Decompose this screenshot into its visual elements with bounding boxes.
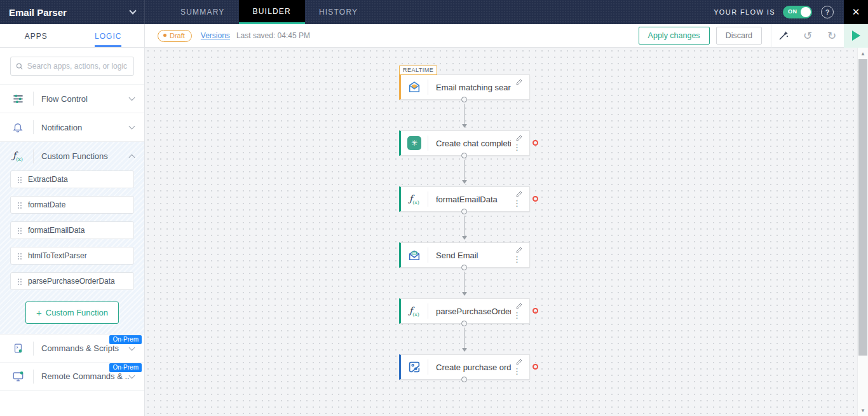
sidebar: Flow Control Notification ƒ(x) Custom Fu… xyxy=(0,48,145,416)
connector-port[interactable] xyxy=(461,209,467,214)
flow-on-toggle[interactable]: ON xyxy=(783,6,812,18)
function-name: formatDate xyxy=(28,200,65,209)
sidebar-tab-logic[interactable]: LOGIC xyxy=(72,24,145,47)
divider xyxy=(33,149,34,163)
divider xyxy=(33,370,34,384)
more-menu-icon[interactable]: ⋮ xyxy=(513,311,521,319)
connector-line xyxy=(464,328,465,348)
divider xyxy=(33,120,34,134)
tab-builder[interactable]: BUILDER xyxy=(239,0,305,24)
sidebar-item-commands-scripts[interactable]: On-Prem Commands & Scripts xyxy=(0,334,144,362)
flow-canvas[interactable]: REALTIME Email matching search ... ✳ Cre… xyxy=(145,48,868,416)
scroll-down-arrow[interactable]: ▼ xyxy=(858,405,868,415)
sidebar-item-flow-control[interactable]: Flow Control xyxy=(0,84,144,113)
last-saved-text: Last saved: 04:45 PM xyxy=(236,31,310,40)
apply-changes-button[interactable]: Apply changes xyxy=(639,27,710,45)
function-item[interactable]: ExtractData xyxy=(10,170,134,188)
error-indicator xyxy=(532,308,538,314)
flow-title-area[interactable]: Email Parser xyxy=(0,0,145,24)
node-title: Create purchase order xyxy=(436,363,511,372)
undo-icon[interactable]: ↺ xyxy=(796,24,820,48)
more-menu-icon[interactable]: ⋮ xyxy=(513,367,521,375)
connector-arrow xyxy=(462,292,467,296)
error-indicator xyxy=(532,364,538,370)
sidebar-item-custom-functions[interactable]: ƒ(x) Custom Functions xyxy=(0,142,144,170)
error-indicator xyxy=(532,196,538,202)
more-menu-icon[interactable]: ⋮ xyxy=(513,199,521,207)
edit-pencil-icon[interactable] xyxy=(515,77,523,88)
function-item[interactable]: htmlToTextParser xyxy=(10,247,134,265)
connector-port[interactable] xyxy=(461,265,467,270)
search-icon xyxy=(16,62,24,71)
onprem-badge: On-Prem xyxy=(109,363,142,372)
run-flow-button[interactable] xyxy=(844,24,868,48)
drag-handle-icon[interactable] xyxy=(17,176,22,183)
sidebar-item-remote-commands[interactable]: On-Prem Remote Commands & ... xyxy=(0,362,144,390)
section-label: Notification xyxy=(41,123,130,132)
magic-wand-icon[interactable] xyxy=(771,24,796,48)
divider xyxy=(33,342,34,356)
connector-line xyxy=(464,216,465,236)
send-email-icon xyxy=(401,248,428,262)
flow-control-icon xyxy=(10,93,25,105)
section-label: Custom Functions xyxy=(41,151,130,161)
add-custom-function-button[interactable]: + Custom Function xyxy=(25,302,119,324)
function-item[interactable]: formatEmailData xyxy=(10,221,134,239)
status-badge: Draft xyxy=(158,30,192,42)
versions-link[interactable]: Versions xyxy=(201,31,230,40)
connector-port[interactable] xyxy=(461,321,467,326)
function-icon: ƒ(x) xyxy=(401,193,428,205)
flow-node-action[interactable]: Create purchase order ⋮ xyxy=(399,354,530,380)
close-icon[interactable]: ✕ xyxy=(844,0,868,24)
error-indicator xyxy=(532,140,538,146)
flow-node-action[interactable]: ✳ Create chat completion ⋮ xyxy=(399,130,530,156)
discard-button[interactable]: Discard xyxy=(716,27,762,45)
sidebar-search[interactable] xyxy=(10,57,134,76)
flow-node-action[interactable]: Send Email ⋮ xyxy=(399,242,530,268)
drag-handle-icon[interactable] xyxy=(17,202,22,209)
node-title: Email matching search ... xyxy=(436,83,511,92)
chevron-up-icon xyxy=(129,155,135,161)
connector-port[interactable] xyxy=(461,97,467,102)
function-icon: ƒ(x) xyxy=(401,305,428,317)
drag-handle-icon[interactable] xyxy=(17,278,22,285)
divider xyxy=(428,135,428,151)
sidebar-item-notification[interactable]: Notification xyxy=(0,113,144,141)
chevron-down-icon[interactable] xyxy=(129,7,136,14)
node-title: formatEmailData xyxy=(436,195,498,204)
section-label: Flow Control xyxy=(41,94,130,104)
section-label: Commands & Scripts xyxy=(41,343,130,353)
scrollbar-thumb[interactable] xyxy=(858,59,867,356)
purchase-order-icon xyxy=(401,360,428,374)
toggle-knob xyxy=(801,7,811,17)
connector-port[interactable] xyxy=(461,153,467,158)
connector-line xyxy=(464,104,465,124)
more-menu-icon[interactable]: ⋮ xyxy=(513,255,521,263)
flow-node-function[interactable]: ƒ(x) formatEmailData ⋮ xyxy=(399,186,530,212)
flow-node-trigger[interactable]: Email matching search ... xyxy=(399,74,530,100)
divider xyxy=(428,359,428,375)
drag-handle-icon[interactable] xyxy=(17,253,22,260)
main-tabs: SUMMARY BUILDER HISTORY xyxy=(166,0,372,24)
function-name: parsePurchaseOrderData xyxy=(28,277,115,286)
search-input[interactable] xyxy=(27,62,128,71)
help-icon[interactable]: ? xyxy=(821,6,834,18)
sidebar-tab-apps[interactable]: APPS xyxy=(0,24,72,47)
custom-functions-section: ƒ(x) Custom Functions ExtractData format… xyxy=(0,141,144,334)
function-name: formatEmailData xyxy=(28,226,85,235)
function-item[interactable]: parsePurchaseOrderData xyxy=(10,272,134,290)
scroll-up-arrow[interactable]: ▲ xyxy=(858,48,868,59)
function-item[interactable]: formatDate xyxy=(10,196,134,214)
connector-line xyxy=(464,160,465,180)
redo-icon[interactable]: ↻ xyxy=(820,24,844,48)
flow-node-function[interactable]: ƒ(x) parsePurchaseOrderDa... ⋮ xyxy=(399,298,530,324)
divider xyxy=(428,247,428,263)
play-icon xyxy=(852,31,860,41)
connector-port[interactable] xyxy=(461,377,467,382)
tab-history[interactable]: HISTORY xyxy=(305,0,372,24)
onprem-badge: On-Prem xyxy=(109,335,142,344)
drag-handle-icon[interactable] xyxy=(17,227,22,234)
tab-summary[interactable]: SUMMARY xyxy=(166,0,239,24)
more-menu-icon[interactable]: ⋮ xyxy=(513,143,521,151)
canvas-scrollbar[interactable]: ▲ ▼ xyxy=(857,48,868,416)
